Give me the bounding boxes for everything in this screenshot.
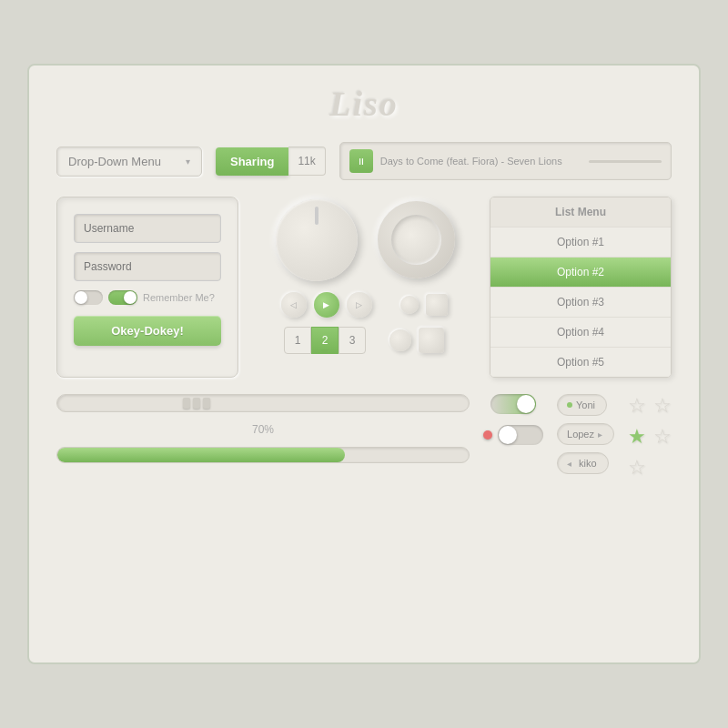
range-slider[interactable] [56, 394, 470, 412]
media-controls: ◁ ▶ ▷ [281, 292, 448, 318]
knobs-row [273, 197, 455, 283]
toggle-large-knob [517, 395, 535, 413]
tag-yoni-label: Yoni [576, 399, 595, 410]
list-menu-option-3[interactable]: Option #3 [490, 288, 671, 318]
stars-section: ☆ ☆ ★ ☆ ☆ [628, 394, 672, 480]
ctrl-square-2[interactable] [419, 328, 444, 353]
star-3[interactable]: ★ [628, 425, 646, 449]
logo-text: Liso [329, 85, 399, 123]
knobs-section: ◁ ▶ ▷ 1 2 3 [252, 197, 476, 378]
tag-arrow-icon: ▸ [598, 430, 602, 440]
list-menu-option-1[interactable]: Option #1 [490, 228, 671, 258]
page-btn-2[interactable]: 2 [311, 327, 339, 354]
list-menu-option-4[interactable]: Option #4 [490, 318, 671, 348]
slider-handle-3[interactable] [203, 398, 210, 409]
ctrl-circle-2[interactable] [389, 329, 411, 351]
submit-button[interactable]: Okey-Dokey! [74, 316, 221, 346]
knob-large[interactable] [276, 199, 358, 281]
page-btn-3[interactable]: 3 [339, 327, 366, 354]
list-menu-header: List Menu [490, 197, 671, 228]
tag-dot-green [567, 402, 572, 408]
star-4[interactable]: ☆ [653, 425, 672, 449]
toggle-dot-red [483, 430, 492, 440]
knob-ring-inner [391, 215, 441, 265]
ctrl-circle-1[interactable] [400, 296, 419, 314]
star-2[interactable]: ☆ [653, 394, 672, 418]
slider-handle-1[interactable] [183, 398, 190, 409]
top-row: Drop-Down Menu ▾ Sharing 11k ⏸ Days to C… [56, 142, 672, 180]
remember-me-row: Remember Me? [74, 290, 221, 305]
tag-lopez[interactable]: Lopez ▸ [557, 423, 614, 445]
page-btn-1[interactable]: 1 [284, 327, 311, 354]
player-track-title: Days to Come (feat. Fiora) - Seven Lions [380, 156, 581, 167]
player-progress-bar [589, 160, 662, 163]
tag-item-kiko: kiko ◂ [557, 452, 614, 474]
star-1[interactable]: ☆ [628, 394, 646, 418]
sharing-count: 11k [288, 147, 325, 176]
knob-large-container [273, 197, 359, 283]
toggle-knob [75, 291, 87, 304]
knob-ring[interactable] [378, 201, 455, 278]
pagination: 1 2 3 [284, 327, 366, 354]
list-menu: List Menu Option #1 Option #2 Option #3 … [490, 197, 672, 378]
play-button[interactable]: ▶ [314, 292, 339, 318]
next-button[interactable]: ▷ [347, 292, 372, 318]
tag-lopez-label: Lopez [567, 429, 594, 440]
dropdown-button[interactable]: Drop-Down Menu ▾ [56, 147, 202, 177]
toggle-with-dot-group [483, 425, 543, 445]
pause-icon: ⏸ [357, 157, 366, 167]
tag-kiko-arrow-icon: ◂ [567, 459, 571, 469]
tags-section: Yoni Lopez ▸ kiko ◂ [557, 394, 614, 474]
ctrl-square-1[interactable] [426, 294, 448, 316]
remember-toggle-on[interactable] [108, 290, 137, 305]
toggles-section [483, 394, 543, 445]
next-icon: ▷ [356, 300, 362, 309]
password-input[interactable] [74, 252, 221, 281]
progress-label: 70% [56, 423, 470, 436]
progress-bar-track[interactable] [56, 447, 470, 463]
player-bar: ⏸ Days to Come (feat. Fiora) - Seven Lio… [339, 142, 672, 180]
slider-handles [183, 398, 210, 409]
toggle-large-on[interactable] [490, 394, 536, 414]
slider-handle-2[interactable] [193, 398, 200, 409]
star-5[interactable]: ☆ [628, 456, 646, 480]
play-icon: ▶ [323, 300, 329, 309]
tag-kiko-label: kiko [579, 458, 597, 469]
tag-item-yoni: Yoni [557, 394, 614, 416]
sharing-button[interactable]: Sharing [216, 147, 288, 176]
main-panel: Liso Drop-Down Menu ▾ Sharing 11k ⏸ Days… [27, 64, 701, 664]
pause-button[interactable]: ⏸ [349, 149, 373, 173]
login-form: Remember Me? Okey-Dokey! [56, 197, 238, 378]
username-input[interactable] [74, 214, 221, 243]
logo: Liso [56, 84, 672, 124]
tag-item-lopez: Lopez ▸ [557, 423, 614, 445]
bottom-row: 70% Yoni [56, 394, 672, 480]
remember-label: Remember Me? [143, 292, 215, 303]
progress-bar-fill [57, 448, 345, 462]
knob-indicator [315, 207, 318, 225]
list-menu-option-5[interactable]: Option #5 [490, 348, 671, 377]
sharing-group: Sharing 11k [216, 147, 326, 176]
tag-kiko[interactable]: kiko ◂ [557, 452, 609, 474]
chevron-down-icon: ▾ [186, 157, 190, 167]
dropdown-label: Drop-Down Menu [68, 155, 161, 168]
tag-yoni[interactable]: Yoni [557, 394, 607, 416]
list-menu-option-2[interactable]: Option #2 [490, 258, 671, 288]
pagination-controls: 1 2 3 [284, 327, 444, 354]
middle-row: Remember Me? Okey-Dokey! [56, 197, 672, 378]
toggle-large-off[interactable] [498, 425, 543, 445]
remember-toggle-off[interactable] [74, 290, 103, 305]
sliders-section: 70% [56, 394, 470, 463]
toggle-knob-on [124, 291, 136, 304]
prev-button[interactable]: ◁ [281, 292, 307, 318]
toggle-off-knob [499, 426, 517, 444]
prev-icon: ◁ [290, 300, 297, 309]
